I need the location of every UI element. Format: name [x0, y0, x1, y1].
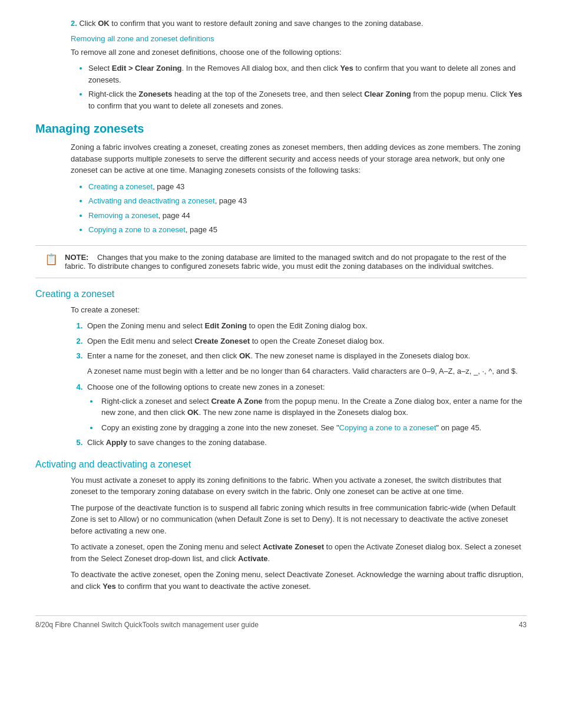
yes-label-2: Yes — [509, 90, 522, 98]
removing-zoneset-link[interactable]: Removing a zoneset — [88, 211, 158, 220]
c-step4-suboptions: Right-click a zoneset and select Create … — [99, 396, 527, 434]
c-sub-1: Right-click a zoneset and select Create … — [99, 396, 527, 419]
clear-zoning-label: Clear Zoning — [364, 90, 411, 98]
act-p1: You must activate a zoneset to apply its… — [71, 475, 527, 498]
step2-block: 2. Click OK to confirm that you want to … — [71, 18, 527, 111]
activating-block: You must activate a zoneset to apply its… — [71, 475, 527, 592]
managing-tasks-list: Creating a zoneset, page 43 Activating a… — [88, 181, 527, 236]
activating-zoneset-link[interactable]: Activating and deactivating a zoneset — [88, 196, 215, 205]
step2-number: 2. — [71, 19, 77, 28]
create-zoneset-label: Create Zoneset — [194, 337, 250, 345]
yes-label-1: Yes — [340, 64, 353, 73]
managing-block: Zoning a fabric involves creating a zone… — [71, 141, 527, 236]
ok-label-sub1: OK — [187, 408, 199, 417]
act-p4: To deactivate the active zoneset, open t… — [71, 569, 527, 592]
edit-clear-zoning: Edit > Clear Zoning — [112, 64, 182, 73]
removing-heading: Removing all zone and zoneset definition… — [71, 34, 527, 43]
task-link-2: Activating and deactivating a zoneset, p… — [88, 195, 527, 207]
copying-zone-link[interactable]: Copying a zone to a zoneset — [88, 225, 186, 234]
footer: 8/20q Fibre Channel Switch QuickTools sw… — [35, 615, 527, 629]
note-box: 📋 NOTE: Changes that you make to the zon… — [35, 245, 527, 278]
creating-block: To create a zoneset: Open the Zoning men… — [71, 304, 527, 449]
footer-title: 8/20q Fibre Channel Switch QuickTools sw… — [35, 621, 259, 629]
c-sub-2: Copy an existing zone by dragging a zone… — [99, 422, 527, 434]
c-step3-note: A zoneset name must begin with a letter … — [87, 365, 527, 377]
ok-label-3: OK — [239, 351, 251, 360]
copying-zone-link-2[interactable]: Copying a zone to a zoneset — [339, 423, 437, 432]
creating-heading: Creating a zoneset — [35, 289, 527, 299]
note-text: Changes that you make to the zoning data… — [65, 253, 506, 271]
create-a-zone-label: Create A Zone — [211, 397, 262, 406]
c-step-4: Choose one of the following options to c… — [85, 381, 527, 433]
zonesets-label: Zonesets — [138, 90, 172, 98]
yes-label-deactivate: Yes — [103, 582, 115, 591]
activate-zoneset-label: Activate Zoneset — [263, 542, 324, 551]
c-step-2: Open the Edit menu and select Create Zon… — [85, 335, 527, 347]
act-p2: The purpose of the deactivate function i… — [71, 502, 527, 537]
managing-intro: Zoning a fabric involves creating a zone… — [71, 141, 527, 176]
note-icon: 📋 — [45, 253, 59, 266]
removing-options-list: Select Edit > Clear Zoning. In the Remov… — [88, 62, 527, 111]
c-step-5: Click Apply to save changes to the zonin… — [85, 437, 527, 449]
activate-label: Activate — [238, 554, 268, 563]
c-step-3: Enter a name for the zoneset, and then c… — [85, 350, 527, 377]
footer-page-number: 43 — [519, 621, 527, 629]
creating-steps-list: Open the Zoning menu and select Edit Zon… — [85, 320, 527, 449]
step2-text: 2. Click OK to confirm that you want to … — [71, 18, 527, 29]
task-link-4: Copying a zone to a zoneset, page 45 — [88, 224, 527, 236]
creating-zoneset-link[interactable]: Creating a zoneset — [88, 182, 153, 191]
task-link-1: Creating a zoneset, page 43 — [88, 181, 527, 193]
managing-heading: Managing zonesets — [35, 122, 527, 136]
note-label: NOTE: — [65, 253, 95, 262]
c-step-1: Open the Zoning menu and select Edit Zon… — [85, 320, 527, 332]
act-p3: To activate a zoneset, open the Zoning m… — [71, 541, 527, 564]
removing-option-1: Select Edit > Clear Zoning. In the Remov… — [88, 62, 527, 85]
removing-intro: To remove all zone and zoneset definitio… — [71, 47, 527, 58]
task-link-3: Removing a zoneset, page 44 — [88, 210, 527, 222]
creating-intro: To create a zoneset: — [71, 304, 527, 316]
removing-option-2: Right-click the Zonesets heading at the … — [88, 88, 527, 111]
note-content: NOTE: Changes that you make to the zonin… — [65, 253, 517, 271]
step2-ok: OK — [98, 19, 110, 28]
activating-heading: Activating and deactivating a zoneset — [35, 459, 527, 470]
edit-zoning-label: Edit Zoning — [204, 321, 246, 330]
apply-label: Apply — [106, 438, 127, 447]
